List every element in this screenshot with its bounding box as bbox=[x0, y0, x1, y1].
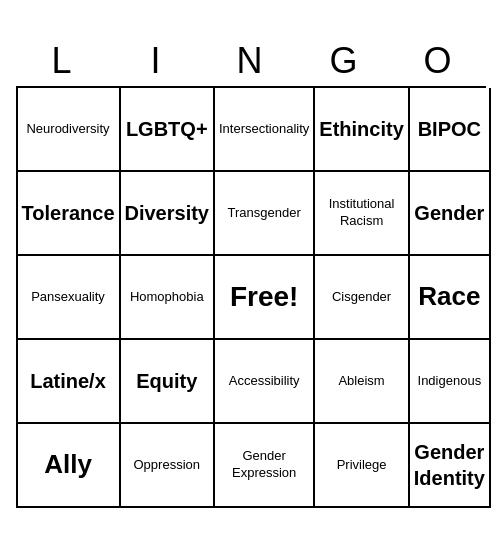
bingo-cell: Intersectionality bbox=[215, 88, 315, 172]
cell-text: Indigenous bbox=[418, 373, 482, 390]
cell-text: Equity bbox=[136, 368, 197, 394]
bingo-cell: Accessibility bbox=[215, 340, 315, 424]
bingo-cell: Gender bbox=[410, 172, 491, 256]
bingo-cell: Oppression bbox=[121, 424, 216, 508]
cell-text: Transgender bbox=[228, 205, 301, 222]
bingo-cell: Indigenous bbox=[410, 340, 491, 424]
cell-text: Pansexuality bbox=[31, 289, 105, 306]
bingo-cell: BIPOC bbox=[410, 88, 491, 172]
header-letter: N bbox=[204, 36, 298, 86]
cell-text: Ethincity bbox=[319, 116, 403, 142]
bingo-cell: Ethincity bbox=[315, 88, 409, 172]
bingo-cell: Ally bbox=[18, 424, 121, 508]
bingo-cell: Gender Identity bbox=[410, 424, 491, 508]
bingo-cell: Ableism bbox=[315, 340, 409, 424]
cell-text: Neurodiversity bbox=[26, 121, 109, 138]
bingo-cell: Free! bbox=[215, 256, 315, 340]
cell-text: Race bbox=[418, 280, 480, 314]
bingo-cell: LGBTQ+ bbox=[121, 88, 216, 172]
cell-text: Accessibility bbox=[229, 373, 300, 390]
bingo-cell: Tolerance bbox=[18, 172, 121, 256]
bingo-cell: Neurodiversity bbox=[18, 88, 121, 172]
cell-text: Institutional Racism bbox=[319, 196, 403, 230]
cell-text: Gender Identity bbox=[414, 439, 485, 491]
cell-text: Cisgender bbox=[332, 289, 391, 306]
bingo-cell: Transgender bbox=[215, 172, 315, 256]
bingo-card: LINGO NeurodiversityLGBTQ+Intersectional… bbox=[16, 36, 486, 508]
bingo-cell: Institutional Racism bbox=[315, 172, 409, 256]
bingo-cell: Cisgender bbox=[315, 256, 409, 340]
cell-text: Oppression bbox=[134, 457, 200, 474]
bingo-cell: Gender Expression bbox=[215, 424, 315, 508]
bingo-cell: Latine/x bbox=[18, 340, 121, 424]
bingo-cell: Equity bbox=[121, 340, 216, 424]
cell-text: Homophobia bbox=[130, 289, 204, 306]
cell-text: Ableism bbox=[338, 373, 384, 390]
bingo-cell: Privilege bbox=[315, 424, 409, 508]
bingo-grid: NeurodiversityLGBTQ+IntersectionalityEth… bbox=[16, 86, 486, 508]
cell-text: BIPOC bbox=[418, 116, 481, 142]
header-letter: O bbox=[392, 36, 486, 86]
bingo-header: LINGO bbox=[16, 36, 486, 86]
bingo-cell: Homophobia bbox=[121, 256, 216, 340]
cell-text: Gender Expression bbox=[219, 448, 309, 482]
bingo-cell: Pansexuality bbox=[18, 256, 121, 340]
cell-text: Free! bbox=[230, 279, 298, 315]
header-letter: L bbox=[16, 36, 110, 86]
cell-text: Gender bbox=[414, 200, 484, 226]
cell-text: Privilege bbox=[337, 457, 387, 474]
cell-text: Intersectionality bbox=[219, 121, 309, 138]
header-letter: G bbox=[298, 36, 392, 86]
bingo-cell: Race bbox=[410, 256, 491, 340]
cell-text: Latine/x bbox=[30, 368, 106, 394]
cell-text: Tolerance bbox=[22, 200, 115, 226]
bingo-cell: Diversity bbox=[121, 172, 216, 256]
cell-text: LGBTQ+ bbox=[126, 116, 208, 142]
cell-text: Diversity bbox=[125, 200, 210, 226]
cell-text: Ally bbox=[44, 448, 92, 482]
header-letter: I bbox=[110, 36, 204, 86]
